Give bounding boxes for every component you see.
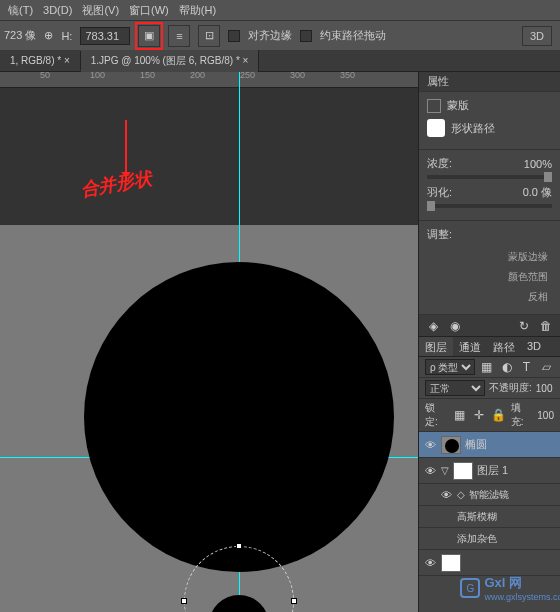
visibility-icon[interactable]: 👁 [423,438,437,452]
lock-label: 锁定: [425,401,447,429]
shape-big-circle[interactable] [84,262,394,572]
tab-3d[interactable]: 3D [521,337,547,356]
menu-window[interactable]: 窗口(W) [125,1,173,20]
layer-bottom[interactable]: 👁 [419,550,560,576]
document-tabs: 1, RGB/8) * × 1.JPG @ 100% (图层 6, RGB/8)… [0,50,560,72]
ruler-horizontal: 50 100 150 200 250 300 350 [0,72,418,88]
menu-3d[interactable]: 3D(D) [39,2,76,18]
invert-button[interactable]: 反相 [427,288,552,306]
shape-path-icon [427,119,445,137]
handle-right[interactable] [291,598,297,604]
layer-ellipse[interactable]: 👁 椭圆 [419,432,560,458]
density-value: 100% [524,158,552,170]
filter-adj-icon[interactable]: ◐ [499,359,515,375]
tab-doc-2[interactable]: 1.JPG @ 100% (图层 6, RGB/8) * × [81,50,260,72]
layer-thumb [453,462,473,480]
tab-channels[interactable]: 通道 [453,337,487,356]
arrange-button[interactable]: ⊡ [198,25,220,47]
filter-img-icon[interactable]: ▦ [479,359,495,375]
visibility-icon[interactable]: 👁 [423,556,437,570]
mask-edge-button[interactable]: 蒙版边缘 [427,248,552,266]
blend-mode-select[interactable]: 正常 [425,380,485,396]
merge-shapes-button[interactable]: ▣ [138,25,160,47]
feather-slider[interactable] [427,204,552,208]
fill-value: 100 [537,410,554,421]
panel-icons: ◈ ◉ ↻ 🗑 [419,315,560,337]
layer-thumb [441,436,461,454]
menu-help[interactable]: 帮助(H) [175,1,220,20]
annotation-arrow [125,120,127,180]
layers-panel-tabs: 图层 通道 路径 3D [419,337,560,357]
layer-smart-filters[interactable]: 👁 ◇ 智能滤镜 [419,484,560,506]
density-label: 浓度: [427,156,452,171]
visibility-icon[interactable]: 👁 [439,488,453,502]
menu-view[interactable]: 视图(V) [78,1,123,20]
align-edges-checkbox[interactable] [228,30,240,42]
layer-gaussian-blur[interactable]: 高斯模糊 [419,506,560,528]
filter-text-icon[interactable]: T [519,359,535,375]
right-panels: 属性 蒙版 形状路径 浓度:100% 羽化:0.0 像 调整: 蒙版边缘 颜色范… [418,72,560,612]
visibility-icon[interactable]: 👁 [423,464,437,478]
panel-icon-3[interactable]: ↻ [516,318,532,334]
canvas-area[interactable]: 50 100 150 200 250 300 350 合并形状 [0,72,418,612]
adjust-label: 调整: [427,227,552,242]
color-range-button[interactable]: 颜色范围 [427,268,552,286]
layer-thumb [441,554,461,572]
tab-layers[interactable]: 图层 [419,337,453,356]
align-edges-label: 对齐边缘 [248,28,292,43]
feather-label: 羽化: [427,185,452,200]
constrain-checkbox[interactable] [300,30,312,42]
tab-paths[interactable]: 路径 [487,337,521,356]
link-icon[interactable]: ⊕ [44,29,53,42]
mask-icon [427,99,441,113]
filter-shape-icon[interactable]: ▱ [538,359,554,375]
tab-doc-1[interactable]: 1, RGB/8) * × [0,51,81,70]
options-bar: 723 像 ⊕ H: ▣ ≡ ⊡ 对齐边缘 约束路径拖动 3D [0,20,560,50]
width-label: 723 像 [4,28,36,43]
workspace: 50 100 150 200 250 300 350 合并形状 属性 蒙版 形状… [0,72,560,612]
handle-left[interactable] [181,598,187,604]
shape-path-label: 形状路径 [451,121,495,136]
lock-all-icon[interactable]: 🔒 [491,407,507,423]
trash-icon[interactable]: 🗑 [538,318,554,334]
handle-top[interactable] [236,543,242,549]
menu-filter[interactable]: 镜(T) [4,1,37,20]
align-button[interactable]: ≡ [168,25,190,47]
lock-position-icon[interactable]: ✛ [471,407,487,423]
opacity-value: 100 [536,383,553,394]
3d-button[interactable]: 3D [522,26,552,46]
feather-value: 0.0 像 [523,185,552,200]
layer-1[interactable]: 👁 ▽ 图层 1 [419,458,560,484]
lock-pixels-icon[interactable]: ▦ [451,407,467,423]
annotation-text: 合并形状 [78,166,153,202]
mask-label: 蒙版 [447,98,469,113]
opacity-label: 不透明度: [489,381,532,395]
height-prefix: H: [61,30,72,42]
layer-filter-select[interactable]: ρ 类型 [425,359,475,375]
layer-list: 👁 椭圆 👁 ▽ 图层 1 👁 ◇ 智能滤镜 高斯模糊 添加杂色 [419,432,560,612]
height-input[interactable] [80,27,130,45]
menu-bar: 镜(T) 3D(D) 视图(V) 窗口(W) 帮助(H) [0,0,560,20]
constrain-label: 约束路径拖动 [320,28,386,43]
density-slider[interactable] [427,175,552,179]
fill-label: 填充: [511,401,533,429]
layer-add-noise[interactable]: 添加杂色 [419,528,560,550]
properties-panel-header[interactable]: 属性 [419,72,560,92]
panel-icon-2[interactable]: ◉ [447,318,463,334]
panel-icon-1[interactable]: ◈ [425,318,441,334]
toggle-icon[interactable]: ▽ [441,465,449,476]
